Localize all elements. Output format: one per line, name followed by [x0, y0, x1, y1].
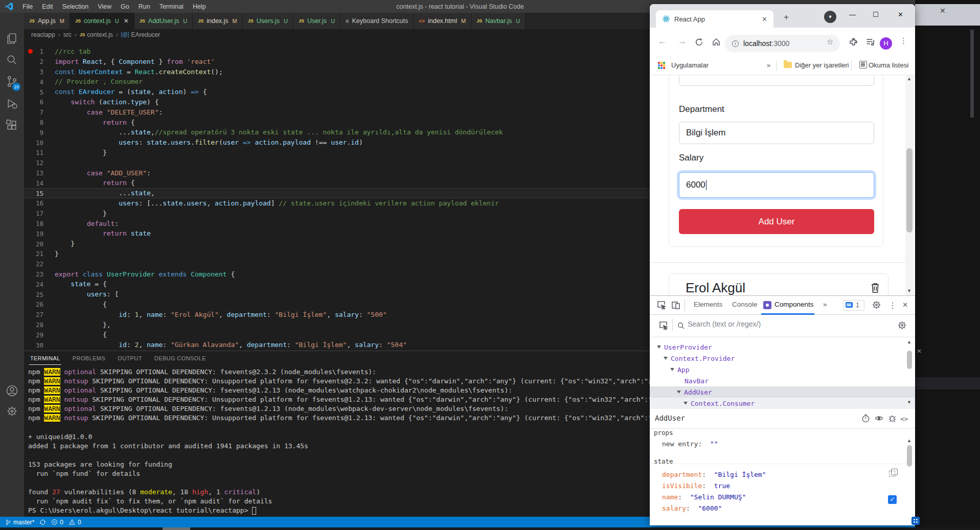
- chevron-down-icon[interactable]: [683, 402, 688, 405]
- editor-tab-adduser-js[interactable]: JSAddUser.jsU: [134, 13, 193, 29]
- apps-grid-icon[interactable]: [658, 62, 665, 69]
- bug-icon[interactable]: [888, 414, 897, 423]
- sync-icon[interactable]: [39, 519, 46, 525]
- search-icon[interactable]: [6, 54, 18, 66]
- close-icon[interactable]: ✕: [940, 7, 946, 15]
- url-text[interactable]: localhost:3000: [743, 39, 789, 48]
- chevron-down-icon[interactable]: [670, 368, 674, 371]
- tab-close-icon[interactable]: ✕: [124, 17, 129, 25]
- extensions-puzzle-icon[interactable]: [849, 38, 858, 47]
- devtools-close-button[interactable]: ✕: [902, 301, 908, 309]
- scrollbar[interactable]: [970, 30, 974, 118]
- inspect-element-icon[interactable]: [657, 301, 666, 310]
- breakpoint-indicator[interactable]: [28, 49, 33, 54]
- state-boolean-checkbox[interactable]: ✓: [888, 495, 897, 504]
- breadcrumb-item[interactable]: reactapp: [31, 31, 55, 38]
- bookmark-star-icon[interactable]: ☆: [827, 37, 833, 47]
- chevron-down-icon[interactable]: [677, 390, 681, 394]
- department-input[interactable]: Bilgi İşlem: [679, 122, 874, 144]
- props-row[interactable]: new entry: "": [650, 440, 915, 451]
- editor-tab-keyboard-shortcuts[interactable]: ≡Keyboard Shortcuts: [340, 13, 414, 29]
- menu-item-selection[interactable]: Selection: [58, 3, 93, 10]
- scrollbar-thumb[interactable]: [907, 351, 912, 369]
- state-row[interactable]: department: "Bilgi İşlem": [650, 471, 915, 482]
- editor-tab-index-js[interactable]: JSindex.jsM: [193, 13, 243, 29]
- state-row[interactable]: isVisibile: true: [650, 482, 915, 493]
- state-row[interactable]: salary: "6000": [650, 504, 915, 516]
- bookmarks-overflow-chevron[interactable]: »: [767, 61, 770, 69]
- delete-user-button[interactable]: [870, 282, 880, 293]
- menu-item-edit[interactable]: Edit: [37, 3, 58, 10]
- profile-avatar[interactable]: H: [880, 37, 892, 50]
- tab-close-icon[interactable]: ✕: [762, 15, 767, 23]
- chevron-down-icon[interactable]: [657, 345, 661, 349]
- issues-badge[interactable]: 1: [843, 300, 864, 311]
- warning-count[interactable]: 0: [69, 519, 81, 526]
- tree-item-context-consumer[interactable]: Context.Consumer: [650, 398, 915, 409]
- editor-tab-navbar-js[interactable]: JSNavbar.jsU: [471, 13, 526, 29]
- tree-item-adduser[interactable]: AddUser: [650, 386, 915, 398]
- editor-tab-user-js[interactable]: JSUser.jsU: [293, 13, 340, 29]
- components-settings-gear-icon[interactable]: [897, 320, 907, 330]
- menu-item-run[interactable]: Run: [134, 3, 155, 10]
- home-button[interactable]: [712, 37, 721, 47]
- maximize-button[interactable]: ☐: [873, 11, 879, 18]
- panel-tab-output[interactable]: OUTPUT: [117, 352, 143, 364]
- close-icon[interactable]: ✕: [917, 348, 922, 355]
- settings-gear-icon[interactable]: [6, 405, 18, 418]
- editor-tab-app-js[interactable]: JSApp.jsM: [24, 13, 70, 29]
- salary-input[interactable]: 6000: [679, 172, 874, 198]
- scroll-down-icon[interactable]: ▼: [907, 288, 911, 293]
- pane-scrollbar[interactable]: ▲: [905, 438, 913, 520]
- close-button[interactable]: ✕: [898, 11, 903, 18]
- eye-icon[interactable]: [875, 414, 883, 423]
- back-button[interactable]: ←: [658, 36, 667, 47]
- editor-tab-index-html[interactable]: <>index.htmlM: [414, 13, 471, 29]
- device-toolbar-icon[interactable]: [671, 301, 680, 310]
- branch-indicator[interactable]: master*: [5, 519, 34, 526]
- scroll-up-icon[interactable]: ▲: [907, 438, 911, 443]
- breadcrumb-item[interactable]: context.js: [87, 31, 113, 38]
- state-row[interactable]: name: "Selin DURMUŞ": [650, 493, 915, 504]
- bookmark-other[interactable]: Diğer yer işaretleri: [795, 61, 849, 69]
- devtools-tab-console[interactable]: Console: [732, 301, 758, 308]
- explorer-icon[interactable]: [6, 32, 18, 45]
- profiler-stopwatch-icon[interactable]: [861, 414, 870, 423]
- forward-button[interactable]: →: [678, 36, 687, 47]
- chevron-down-icon[interactable]: [664, 357, 668, 360]
- tree-item-app[interactable]: App: [650, 364, 915, 375]
- scrollbar-thumb[interactable]: [907, 445, 912, 467]
- menu-item-file[interactable]: File: [18, 3, 37, 10]
- components-search-input[interactable]: [688, 320, 882, 328]
- scroll-up-icon[interactable]: ▲: [907, 76, 911, 81]
- devtools-menu-kebab-icon[interactable]: ⋮: [888, 301, 897, 310]
- reload-button[interactable]: [695, 38, 703, 47]
- tree-item-context-provider[interactable]: Context.Provider: [650, 353, 915, 364]
- panel-tab-debug-console[interactable]: DEBUG CONSOLE: [153, 352, 207, 364]
- menu-item-terminal[interactable]: Terminal: [155, 3, 188, 10]
- browser-update-chevron[interactable]: ▼: [824, 11, 836, 23]
- error-count[interactable]: 0: [51, 519, 63, 526]
- pick-component-icon[interactable]: [659, 321, 668, 330]
- scroll-up-icon[interactable]: ▲: [907, 339, 911, 344]
- devtools-settings-gear-icon[interactable]: [872, 300, 881, 310]
- browser-tab[interactable]: React App ✕: [656, 10, 773, 28]
- scroll-down-icon[interactable]: ▼: [907, 400, 911, 405]
- devtools-tab-components[interactable]: Components: [774, 301, 814, 308]
- breadcrumb-item[interactable]: src: [63, 31, 72, 38]
- browser-menu-kebab-icon[interactable]: ⋮: [900, 36, 907, 45]
- view-source-icon[interactable]: <>: [900, 415, 909, 424]
- devtools-tab-elements[interactable]: Elements: [694, 301, 722, 308]
- account-icon[interactable]: [6, 384, 18, 397]
- extensions-icon[interactable]: [6, 119, 18, 132]
- site-info-icon[interactable]: i: [732, 40, 739, 47]
- name-input[interactable]: Selin DURMUŞ: [679, 75, 874, 86]
- menu-item-go[interactable]: Go: [116, 3, 134, 10]
- add-user-button[interactable]: Add User: [679, 209, 874, 234]
- page-scrollbar[interactable]: ▲ ▼: [905, 75, 914, 295]
- new-tab-button[interactable]: +: [784, 12, 789, 22]
- notification-badge[interactable]: [911, 517, 920, 525]
- editor-tab-context-js[interactable]: JScontext.jsU✕: [70, 13, 134, 29]
- panel-tab-terminal[interactable]: TERMINAL: [29, 352, 61, 365]
- bookmark-apps[interactable]: Uygulamalar: [671, 61, 709, 69]
